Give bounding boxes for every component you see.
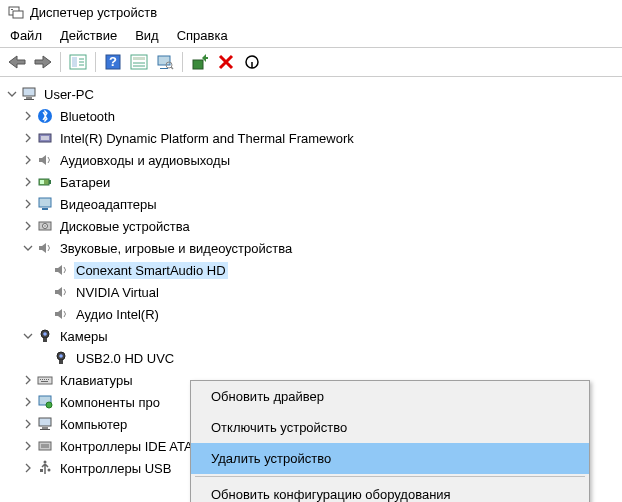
scan-hardware-button[interactable] [152, 50, 178, 74]
svg-rect-45 [48, 379, 49, 380]
tree-node-disk-drives[interactable]: Дисковые устройства [4, 215, 618, 237]
node-label: NVIDIA Virtual [74, 284, 161, 301]
computer-icon [20, 85, 38, 103]
svg-point-56 [48, 469, 51, 472]
svg-rect-27 [49, 180, 51, 184]
tree-node-nvidia-virtual[interactable]: NVIDIA Virtual [4, 281, 618, 303]
node-label: Звуковые, игровые и видеоустройства [58, 240, 294, 257]
node-label: Видеоадаптеры [58, 196, 159, 213]
ctx-uninstall-device[interactable]: Удалить устройство [191, 443, 589, 474]
disk-drive-icon [36, 217, 54, 235]
system-device-icon [36, 129, 54, 147]
speaker-icon [52, 283, 70, 301]
expand-icon[interactable] [20, 108, 36, 124]
svg-rect-15 [160, 68, 168, 69]
svg-rect-1 [13, 11, 23, 18]
help-button[interactable]: ? [100, 50, 126, 74]
ctx-update-driver[interactable]: Обновить драйвер [191, 381, 589, 412]
svg-point-33 [44, 225, 46, 227]
menu-file[interactable]: Файл [10, 28, 42, 43]
keyboard-icon [36, 371, 54, 389]
svg-rect-42 [42, 379, 43, 380]
expand-icon[interactable] [20, 174, 36, 190]
svg-point-38 [59, 354, 63, 358]
svg-rect-39 [59, 360, 63, 364]
menu-action[interactable]: Действие [60, 28, 117, 43]
device-tree: User-PC Bluetooth Intel(R) Dynamic Platf… [0, 77, 622, 485]
tree-node-cameras[interactable]: Камеры [4, 325, 618, 347]
ctx-scan-hardware[interactable]: Обновить конфигурацию оборудования [191, 479, 589, 502]
svg-rect-30 [42, 208, 48, 210]
toolbar-separator [95, 52, 96, 72]
tree-node-intel-dptf[interactable]: Intel(R) Dynamic Platform and Thermal Fr… [4, 127, 618, 149]
tree-node-usb-camera[interactable]: USB2.0 HD UVC [4, 347, 618, 369]
expand-icon[interactable] [20, 196, 36, 212]
update-driver-button[interactable] [187, 50, 213, 74]
expand-icon[interactable] [20, 372, 36, 388]
node-label: Аудио Intel(R) [74, 306, 161, 323]
node-label: Клавиатуры [58, 372, 135, 389]
context-menu: Обновить драйвер Отключить устройство Уд… [190, 380, 590, 502]
svg-point-35 [43, 332, 47, 336]
speaker-icon [52, 261, 70, 279]
uninstall-button[interactable] [213, 50, 239, 74]
svg-text:?: ? [109, 54, 117, 69]
forward-button[interactable] [30, 50, 56, 74]
svg-point-54 [44, 461, 47, 464]
camera-icon [52, 349, 70, 367]
tree-node-conexant[interactable]: Conexant SmartAudio HD [4, 259, 618, 281]
svg-rect-28 [40, 180, 44, 184]
tree-node-bluetooth[interactable]: Bluetooth [4, 105, 618, 127]
usb-icon [36, 459, 54, 477]
svg-rect-14 [158, 56, 170, 65]
menu-help[interactable]: Справка [177, 28, 228, 43]
svg-rect-29 [39, 198, 51, 207]
svg-rect-36 [43, 338, 47, 342]
speaker-icon [36, 239, 54, 257]
ctx-disable-device[interactable]: Отключить устройство [191, 412, 589, 443]
titlebar: Диспетчер устройств [0, 0, 622, 24]
expand-icon[interactable] [20, 130, 36, 146]
tree-node-audio-io[interactable]: Аудиовходы и аудиовыходы [4, 149, 618, 171]
collapse-icon[interactable] [20, 328, 36, 344]
display-adapter-icon [36, 195, 54, 213]
ctx-separator [195, 476, 585, 477]
menubar: Файл Действие Вид Справка [0, 24, 622, 47]
svg-rect-2 [11, 9, 13, 10]
app-icon [8, 4, 24, 20]
tree-node-sound-game[interactable]: Звуковые, игровые и видеоустройства [4, 237, 618, 259]
properties-button[interactable] [126, 50, 152, 74]
expand-icon[interactable] [20, 460, 36, 476]
svg-rect-44 [46, 379, 47, 380]
toolbar-separator [182, 52, 183, 72]
svg-rect-43 [44, 379, 45, 380]
node-label: Камеры [58, 328, 110, 345]
tree-node-batteries[interactable]: Батареи [4, 171, 618, 193]
svg-rect-4 [72, 57, 77, 67]
svg-rect-40 [38, 377, 52, 384]
tree-node-intel-audio[interactable]: Аудио Intel(R) [4, 303, 618, 325]
show-hide-tree-button[interactable] [65, 50, 91, 74]
expand-icon[interactable] [20, 218, 36, 234]
tree-root-node[interactable]: User-PC [4, 83, 618, 105]
collapse-icon[interactable] [4, 86, 20, 102]
collapse-icon[interactable] [20, 240, 36, 256]
camera-icon [36, 327, 54, 345]
node-label: User-PC [42, 86, 96, 103]
speaker-icon [52, 305, 70, 323]
bluetooth-icon [36, 107, 54, 125]
node-label: Компьютер [58, 416, 129, 433]
disable-button[interactable] [239, 50, 265, 74]
node-label: USB2.0 HD UVC [74, 350, 176, 367]
menu-view[interactable]: Вид [135, 28, 159, 43]
expand-icon[interactable] [20, 438, 36, 454]
expand-icon[interactable] [20, 416, 36, 432]
toolbar-separator [60, 52, 61, 72]
svg-rect-51 [40, 429, 50, 430]
back-button[interactable] [4, 50, 30, 74]
expand-icon[interactable] [20, 152, 36, 168]
tree-node-video-adapters[interactable]: Видеоадаптеры [4, 193, 618, 215]
node-label: Контроллеры USB [58, 460, 173, 477]
svg-point-48 [46, 402, 52, 408]
expand-icon[interactable] [20, 394, 36, 410]
